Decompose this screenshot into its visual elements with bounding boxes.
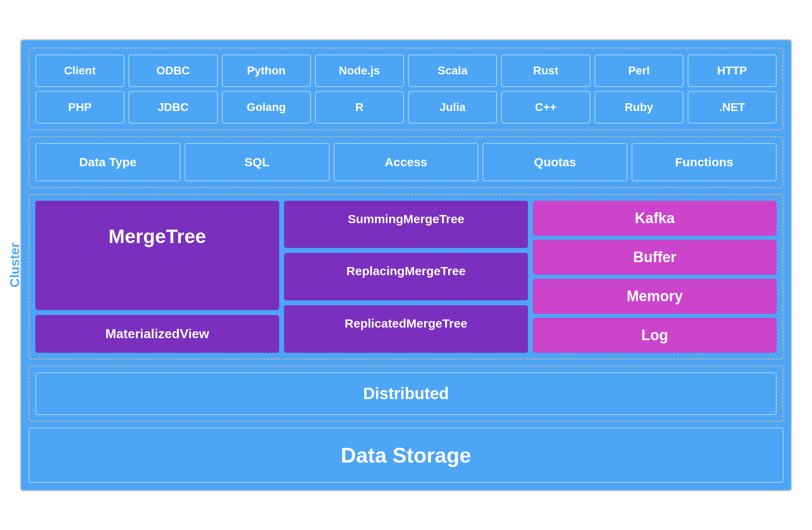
languages-section: Client ODBC Python Node.js Scala Rust Pe… <box>28 48 784 130</box>
log-tile: Log <box>533 318 777 353</box>
lang-nodejs: Node.js <box>315 54 404 87</box>
replicated-mergetree-tile: ReplicatedMergeTree <box>284 305 528 353</box>
lang-r: R <box>315 91 404 124</box>
distributed-section: Distributed <box>28 365 784 422</box>
feature-quotas: Quotas <box>482 143 627 181</box>
lang-row-1: Client ODBC Python Node.js Scala Rust Pe… <box>35 54 777 87</box>
lang-php: PHP <box>35 91 124 124</box>
lang-http: HTTP <box>688 54 777 87</box>
replacing-mergetree-tile: ReplacingMergeTree <box>284 253 528 300</box>
engine-middle-col: SummingMergeTree ReplacingMergeTree Repl… <box>284 201 528 353</box>
feature-grid: Data Type SQL Access Quotas Functions <box>35 143 777 181</box>
lang-perl: Perl <box>595 54 684 87</box>
lang-client: Client <box>35 54 124 87</box>
lang-cpp: C++ <box>501 91 590 124</box>
feature-functions: Functions <box>632 143 777 181</box>
distributed-tile: Distributed <box>35 372 777 415</box>
feature-access: Access <box>334 143 479 181</box>
materializedview-tile: MaterializedView <box>35 315 279 353</box>
feature-sql: SQL <box>185 143 330 181</box>
feature-datatype: Data Type <box>35 143 180 181</box>
lang-dotnet: .NET <box>688 91 777 124</box>
lang-scala: Scala <box>408 54 497 87</box>
memory-tile: Memory <box>533 279 777 314</box>
lang-jdbc: JDBC <box>128 91 217 124</box>
datastorage-tile: Data Storage <box>28 428 784 483</box>
engine-right-col: Kafka Buffer Memory Log <box>533 201 777 353</box>
lang-python: Python <box>222 54 311 87</box>
lang-rust: Rust <box>501 54 590 87</box>
buffer-tile: Buffer <box>533 240 777 275</box>
lang-ruby: Ruby <box>595 91 684 124</box>
features-section: Data Type SQL Access Quotas Functions <box>28 136 784 188</box>
kafka-tile: Kafka <box>533 201 777 236</box>
engines-section: MergeTree MaterializedView SummingMergeT… <box>28 194 784 360</box>
summing-mergetree-tile: SummingMergeTree <box>284 201 528 248</box>
lang-golang: Golang <box>222 91 311 124</box>
engine-left-col: MergeTree MaterializedView <box>35 201 279 353</box>
mergetree-tile: MergeTree <box>35 201 279 310</box>
lang-row-2: PHP JDBC Golang R Julia C++ Ruby .NET <box>35 91 777 124</box>
lang-julia: Julia <box>408 91 497 124</box>
lang-odbc: ODBC <box>128 54 217 87</box>
main-container: Client ODBC Python Node.js Scala Rust Pe… <box>20 39 792 491</box>
